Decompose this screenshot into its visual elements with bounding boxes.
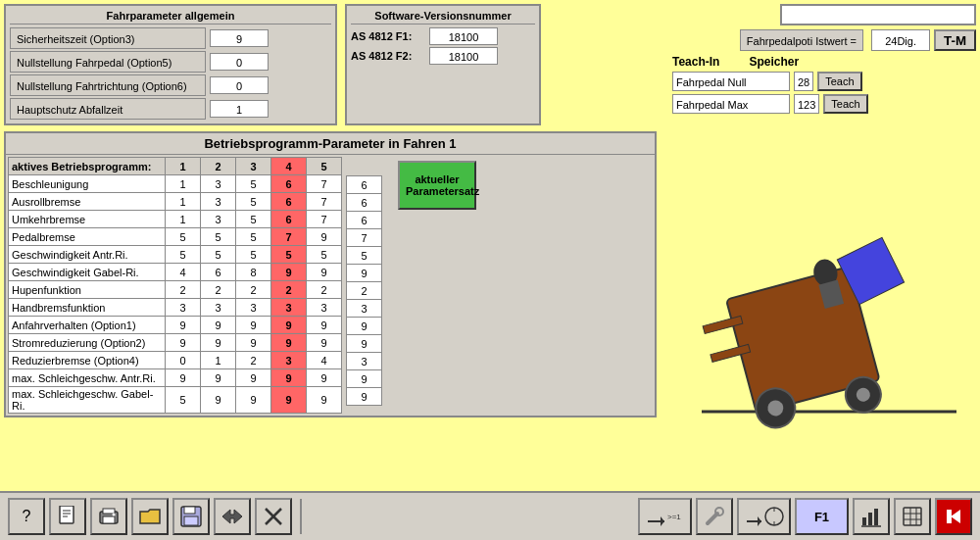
cell-5-3[interactable]: 9 xyxy=(271,264,307,281)
print-button[interactable] xyxy=(90,498,127,535)
f1-button[interactable]: F1 xyxy=(795,498,849,535)
cell-11-1[interactable]: 9 xyxy=(201,369,236,387)
cell-12-3[interactable]: 9 xyxy=(271,387,307,414)
col6-cell-0[interactable]: 6 xyxy=(347,176,382,194)
cell-7-4[interactable]: 3 xyxy=(307,299,342,317)
cell-9-4[interactable]: 9 xyxy=(307,334,342,352)
cell-3-3[interactable]: 7 xyxy=(271,228,307,246)
col6-cell-9[interactable]: 9 xyxy=(347,335,382,353)
help-button[interactable]: ? xyxy=(8,498,45,535)
wrench-button[interactable] xyxy=(696,498,733,535)
teach-btn-0[interactable]: Teach xyxy=(817,72,861,91)
cell-6-3[interactable]: 2 xyxy=(271,281,307,299)
cell-9-3[interactable]: 9 xyxy=(271,334,307,352)
cell-11-0[interactable]: 9 xyxy=(166,369,201,387)
cell-4-4[interactable]: 5 xyxy=(307,246,342,264)
doc-button[interactable] xyxy=(49,498,86,535)
cell-2-1[interactable]: 3 xyxy=(201,211,236,228)
cell-5-1[interactable]: 6 xyxy=(201,264,236,281)
cell-8-1[interactable]: 9 xyxy=(201,317,236,334)
cell-6-4[interactable]: 2 xyxy=(307,281,342,299)
cell-12-2[interactable]: 9 xyxy=(236,387,271,414)
aktueller-btn[interactable]: aktueller Parametersatz xyxy=(398,161,476,210)
cell-1-2[interactable]: 5 xyxy=(236,193,271,211)
cell-6-2[interactable]: 2 xyxy=(236,281,271,299)
cell-3-4[interactable]: 9 xyxy=(307,228,342,246)
cell-6-1[interactable]: 2 xyxy=(201,281,236,299)
cell-1-0[interactable]: 1 xyxy=(166,193,201,211)
cell-2-2[interactable]: 5 xyxy=(236,211,271,228)
gauge-button[interactable] xyxy=(737,498,791,535)
col6-cell-2[interactable]: 6 xyxy=(347,212,382,229)
cell-7-0[interactable]: 3 xyxy=(166,299,201,317)
table-button[interactable] xyxy=(894,498,931,535)
cross-button[interactable] xyxy=(255,498,292,535)
cell-4-3[interactable]: 5 xyxy=(271,246,307,264)
cell-0-0[interactable]: 1 xyxy=(166,175,201,193)
fahrparam-value-3[interactable]: 1 xyxy=(210,100,269,118)
fahrparam-value-0[interactable]: 9 xyxy=(210,29,269,47)
cell-0-1[interactable]: 3 xyxy=(201,175,236,193)
col6-cell-11[interactable]: 9 xyxy=(347,370,382,388)
cell-5-2[interactable]: 8 xyxy=(236,264,271,281)
cell-3-1[interactable]: 5 xyxy=(201,228,236,246)
col6-cell-10[interactable]: 3 xyxy=(347,353,382,370)
col6-cell-6[interactable]: 2 xyxy=(347,282,382,300)
cell-2-0[interactable]: 1 xyxy=(166,211,201,228)
cell-9-1[interactable]: 9 xyxy=(201,334,236,352)
cell-8-4[interactable]: 9 xyxy=(307,317,342,334)
cell-10-2[interactable]: 2 xyxy=(236,352,271,369)
cell-7-3[interactable]: 3 xyxy=(271,299,307,317)
cell-5-4[interactable]: 9 xyxy=(307,264,342,281)
fahrparam-value-1[interactable]: 0 xyxy=(210,53,269,71)
cell-8-3[interactable]: 9 xyxy=(271,317,307,334)
cell-4-2[interactable]: 5 xyxy=(236,246,271,264)
folder-button[interactable] xyxy=(131,498,169,535)
cell-12-1[interactable]: 9 xyxy=(201,387,236,414)
save-button[interactable] xyxy=(172,498,210,535)
cell-9-0[interactable]: 9 xyxy=(166,334,201,352)
cell-11-3[interactable]: 9 xyxy=(271,369,307,387)
cell-9-2[interactable]: 9 xyxy=(236,334,271,352)
cell-11-2[interactable]: 9 xyxy=(236,369,271,387)
speed-button[interactable]: >=1 xyxy=(638,498,692,535)
cell-1-4[interactable]: 7 xyxy=(307,193,342,211)
cell-12-4[interactable]: 9 xyxy=(307,387,342,414)
cell-8-0[interactable]: 9 xyxy=(166,317,201,334)
col6-cell-7[interactable]: 3 xyxy=(347,300,382,318)
cell-11-4[interactable]: 9 xyxy=(307,369,342,387)
cell-1-1[interactable]: 3 xyxy=(201,193,236,211)
top-right-input[interactable] xyxy=(780,4,976,25)
cell-10-0[interactable]: 0 xyxy=(166,352,201,369)
cell-10-3[interactable]: 3 xyxy=(271,352,307,369)
cell-10-1[interactable]: 1 xyxy=(201,352,236,369)
col6-cell-12[interactable]: 9 xyxy=(347,388,382,406)
col6-cell-1[interactable]: 6 xyxy=(347,194,382,212)
cell-0-2[interactable]: 5 xyxy=(236,175,271,193)
col6-cell-4[interactable]: 5 xyxy=(347,247,382,265)
cell-0-4[interactable]: 7 xyxy=(307,175,342,193)
fahrparam-value-2[interactable]: 0 xyxy=(210,76,269,94)
back-button[interactable] xyxy=(935,498,972,535)
tm-button[interactable]: T-M xyxy=(934,29,976,51)
cell-7-1[interactable]: 3 xyxy=(201,299,236,317)
col6-cell-5[interactable]: 9 xyxy=(347,265,382,282)
teach-btn-1[interactable]: Teach xyxy=(823,94,867,114)
cell-10-4[interactable]: 4 xyxy=(307,352,342,369)
cell-2-3[interactable]: 6 xyxy=(271,211,307,228)
cell-3-0[interactable]: 5 xyxy=(166,228,201,246)
cell-8-2[interactable]: 9 xyxy=(236,317,271,334)
cell-12-0[interactable]: 5 xyxy=(166,387,201,414)
cell-3-2[interactable]: 5 xyxy=(236,228,271,246)
cell-1-3[interactable]: 6 xyxy=(271,193,307,211)
cell-0-3[interactable]: 6 xyxy=(271,175,307,193)
cell-7-2[interactable]: 3 xyxy=(236,299,271,317)
transfer-button[interactable] xyxy=(214,498,251,535)
cell-4-0[interactable]: 5 xyxy=(166,246,201,264)
col6-cell-8[interactable]: 9 xyxy=(347,318,382,335)
cell-4-1[interactable]: 5 xyxy=(201,246,236,264)
col6-cell-3[interactable]: 7 xyxy=(347,229,382,247)
cell-5-0[interactable]: 4 xyxy=(166,264,201,281)
cell-2-4[interactable]: 7 xyxy=(307,211,342,228)
cell-6-0[interactable]: 2 xyxy=(166,281,201,299)
